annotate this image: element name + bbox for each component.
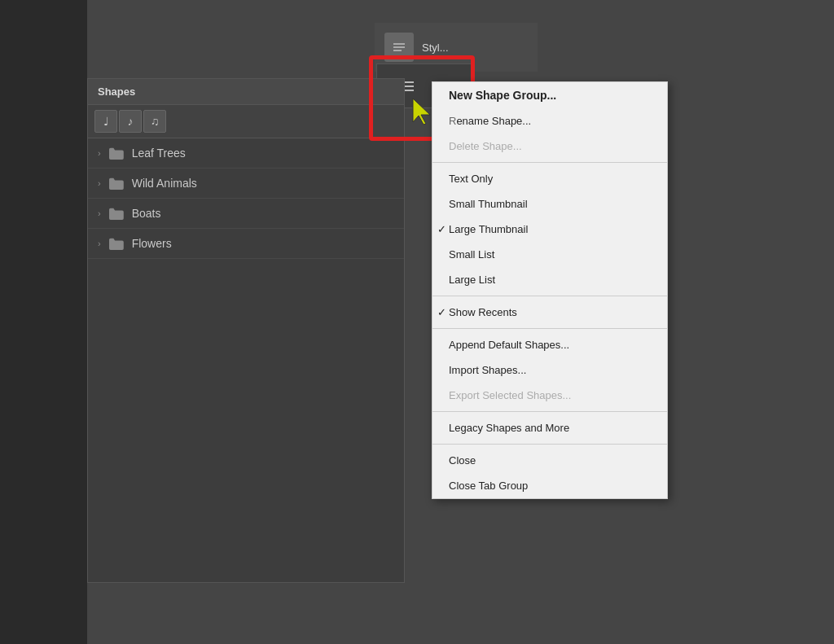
divider-1 xyxy=(432,162,667,163)
divider-2 xyxy=(432,296,667,296)
append-default-label: Append Default Shapes... xyxy=(449,339,569,351)
shape-label-wild-animals: Wild Animals xyxy=(132,177,197,190)
left-dark-strip xyxy=(0,0,87,644)
new-shape-group-label: New Shape Group... xyxy=(449,89,556,102)
delete-shape-label: Delete Shape... xyxy=(449,140,522,152)
large-list-label: Large List xyxy=(449,274,495,286)
folder-icon-1 xyxy=(108,147,124,160)
shape-item-wild-animals[interactable]: › Wild Animals xyxy=(88,169,404,199)
shape-item-boats[interactable]: › Boats xyxy=(88,199,404,229)
small-list-label: Small List xyxy=(449,248,494,261)
menu-item-text-only[interactable]: Text Only xyxy=(432,166,667,191)
styl-label: Styl... xyxy=(422,42,449,54)
chevron-icon-3: › xyxy=(98,208,101,218)
import-shapes-label: Import Shapes... xyxy=(449,364,526,376)
divider-4 xyxy=(432,411,667,412)
menu-item-delete-shape: Delete Shape... xyxy=(432,134,667,159)
divider-3 xyxy=(432,328,667,329)
menu-item-rename-shape[interactable]: Rename Shape... xyxy=(432,108,667,134)
shape-item-flowers[interactable]: › Flowers xyxy=(88,229,404,259)
toolbar-btn-3[interactable]: ♫ xyxy=(143,110,166,133)
folder-icon-2 xyxy=(108,177,124,190)
chevron-icon-2: › xyxy=(98,178,101,188)
menu-item-large-list[interactable]: Large List xyxy=(432,267,667,292)
menu-item-append-default[interactable]: Append Default Shapes... xyxy=(432,332,667,357)
menu-item-import-shapes[interactable]: Import Shapes... xyxy=(432,357,667,383)
legacy-shapes-label: Legacy Shapes and More xyxy=(449,422,569,434)
folder-icon-4 xyxy=(108,237,124,250)
toolbar-btn-2[interactable]: ♪ xyxy=(119,110,142,133)
menu-item-export-shapes: Export Selected Shapes... xyxy=(432,383,667,408)
toolbar-btn-1[interactable]: ♩ xyxy=(94,110,117,133)
close-tab-group-label: Close Tab Group xyxy=(449,480,528,492)
menu-item-show-recents[interactable]: Show Recents xyxy=(432,300,667,325)
menu-item-small-list[interactable]: Small List xyxy=(432,242,667,267)
divider-5 xyxy=(432,444,667,445)
menu-item-close-tab-group[interactable]: Close Tab Group xyxy=(432,473,667,498)
shape-label-leaf-trees: Leaf Trees xyxy=(132,147,186,160)
shapes-panel: Shapes ♩ ♪ ♫ › Leaf Trees › Wild Animals… xyxy=(87,78,405,583)
export-shapes-label: Export Selected Shapes... xyxy=(449,389,571,401)
chevron-icon-4: › xyxy=(98,239,101,248)
menu-item-legacy-shapes[interactable]: Legacy Shapes and More xyxy=(432,415,667,440)
svg-rect-2 xyxy=(393,50,402,51)
context-menu: New Shape Group... Rename Shape... Delet… xyxy=(432,81,668,499)
text-only-label: Text Only xyxy=(449,173,493,185)
rename-shape-label: R xyxy=(449,115,456,127)
menu-item-close[interactable]: Close xyxy=(432,448,667,473)
large-thumbnail-label: Large Thumbnail xyxy=(449,223,528,235)
shape-label-flowers: Flowers xyxy=(132,237,172,250)
shapes-toolbar: ♩ ♪ ♫ xyxy=(88,105,404,138)
menu-item-new-shape-group[interactable]: New Shape Group... xyxy=(432,82,667,108)
show-recents-label: Show Recents xyxy=(449,306,517,318)
shapes-panel-header: Shapes xyxy=(88,79,404,105)
menu-item-small-thumbnail[interactable]: Small Thumbnail xyxy=(432,191,667,217)
chevron-icon-1: › xyxy=(98,148,101,158)
small-thumbnail-label: Small Thumbnail xyxy=(449,198,528,210)
folder-icon-3 xyxy=(108,207,124,220)
menu-item-large-thumbnail[interactable]: Large Thumbnail xyxy=(432,217,667,242)
close-label: Close xyxy=(449,454,476,467)
svg-rect-1 xyxy=(393,46,405,48)
shapes-panel-title: Shapes xyxy=(98,85,135,98)
rename-shape-label2: ename Shape... xyxy=(456,115,531,127)
shape-item-leaf-trees[interactable]: › Leaf Trees xyxy=(88,138,404,169)
svg-rect-0 xyxy=(393,43,405,45)
shape-label-boats: Boats xyxy=(132,207,161,220)
styl-icon xyxy=(384,33,414,62)
